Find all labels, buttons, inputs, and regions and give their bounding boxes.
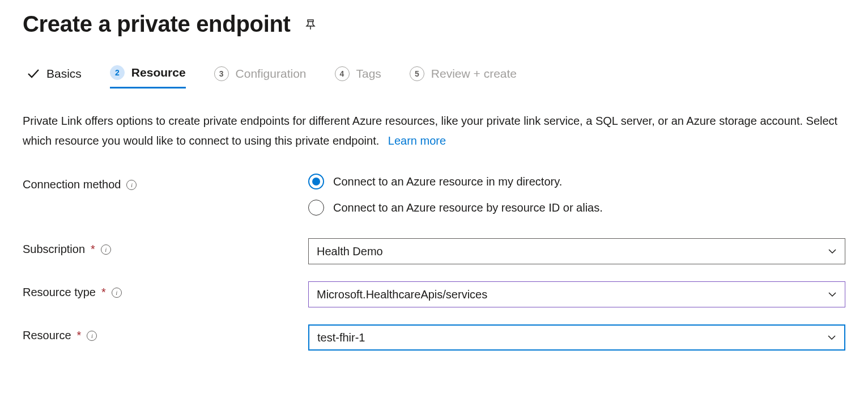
tab-label: Resource [131,66,186,79]
tab-resource[interactable]: 2 Resource [110,65,186,88]
tab-label: Tags [356,67,381,81]
learn-more-link[interactable]: Learn more [388,134,446,147]
info-icon[interactable]: i [101,244,111,255]
radio-label: Connect to an Azure resource by resource… [333,201,603,214]
info-icon[interactable]: i [112,288,122,298]
tab-tags[interactable]: 4 Tags [335,66,381,88]
resource-type-label: Resource type [23,286,96,299]
required-indicator: * [91,243,95,256]
page-title: Create a private endpoint [23,11,291,37]
step-number: 3 [214,66,229,81]
resource-type-select[interactable]: Microsoft.HealthcareApis/services [308,281,845,307]
connection-method-label: Connection method [23,178,121,191]
resource-label: Resource [23,329,71,342]
info-icon[interactable]: i [126,180,137,190]
radio-connect-directory[interactable]: Connect to an Azure resource in my direc… [308,174,845,189]
step-number: 2 [110,65,125,80]
tab-label: Review + create [431,67,517,81]
connection-method-radio-group: Connect to an Azure resource in my direc… [308,174,845,216]
select-value: test-fhir-1 [317,331,365,344]
tab-basics[interactable]: Basics [26,67,82,87]
check-icon [26,67,40,81]
radio-indicator [308,200,324,216]
subscription-select[interactable]: Health Demo [308,238,845,264]
select-value: Health Demo [317,245,383,258]
radio-label: Connect to an Azure resource in my direc… [333,175,562,188]
section-description: Private Link offers options to create pr… [23,111,839,151]
required-indicator: * [77,329,82,342]
tab-label: Basics [46,67,82,81]
radio-indicator [308,174,324,189]
select-value: Microsoft.HealthcareApis/services [317,288,487,301]
tab-review-create[interactable]: 5 Review + create [410,66,517,88]
pin-icon[interactable] [304,18,317,31]
subscription-label: Subscription [23,243,85,256]
required-indicator: * [101,286,106,299]
svg-rect-0 [308,20,313,22]
chevron-down-icon [828,247,837,256]
tab-configuration[interactable]: 3 Configuration [214,66,307,88]
resource-select[interactable]: test-fhir-1 [308,324,845,351]
radio-connect-resource-id[interactable]: Connect to an Azure resource by resource… [308,200,845,216]
info-icon[interactable]: i [87,331,97,341]
tab-label: Configuration [236,67,307,81]
step-number: 5 [410,66,424,81]
chevron-down-icon [828,290,837,299]
chevron-down-icon [827,333,836,342]
step-number: 4 [335,66,350,81]
wizard-tabs: Basics 2 Resource 3 Configuration 4 Tags… [23,65,845,88]
